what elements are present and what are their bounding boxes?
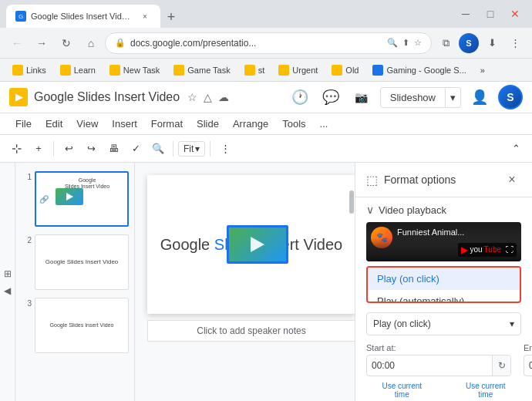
menu-file[interactable]: File: [9, 116, 38, 132]
format-panel-icon: ⬚: [366, 173, 378, 187]
bookmark-more-label: »: [480, 66, 485, 75]
bookmark-urgent[interactable]: Urgent: [272, 62, 324, 78]
print-button[interactable]: 🖶: [103, 139, 123, 159]
history-button[interactable]: 🕐: [288, 85, 312, 110]
select-tool-button[interactable]: ⊹: [6, 139, 26, 159]
format-section-video-playback[interactable]: ∨ Video playback: [355, 197, 532, 222]
comment-button[interactable]: 💬: [318, 85, 343, 110]
profile-avatar: S: [459, 33, 479, 53]
bookmark-gaming[interactable]: Gaming - Google S...: [366, 62, 472, 78]
maximize-button[interactable]: □: [480, 3, 501, 25]
grid-view-icon[interactable]: ⊞: [4, 268, 12, 279]
video-element[interactable]: [227, 225, 288, 264]
slide-item-2[interactable]: 2 Google Slides Insert Video: [19, 232, 131, 292]
format-panel-close-button[interactable]: ×: [503, 170, 521, 189]
slide-canvas[interactable]: Google Slides Insert Video: [147, 175, 355, 314]
forward-button[interactable]: →: [31, 32, 52, 54]
slide-1-play-icon: [66, 193, 73, 200]
menu-edit[interactable]: Edit: [39, 116, 69, 132]
search-icon: 🔍: [387, 38, 398, 48]
slide-thumb-2[interactable]: Google Slides Insert Video: [35, 234, 129, 290]
speaker-notes[interactable]: Click to add speaker notes: [147, 320, 355, 342]
user-avatar[interactable]: S: [498, 85, 523, 110]
slide-item-1[interactable]: 1 🔗 Google Slides Insert Video: [19, 169, 131, 229]
menu-tools[interactable]: Tools: [276, 116, 311, 132]
star-icon[interactable]: ☆: [186, 89, 199, 105]
bookmark-urgent-label: Urgent: [292, 66, 318, 75]
bookmark-st-label: st: [258, 66, 265, 75]
new-tab-button[interactable]: +: [160, 6, 182, 28]
bookmark-links-label: Links: [26, 66, 46, 75]
active-tab[interactable]: G Google Slides Insert Video - Goo... ×: [6, 5, 160, 28]
playback-option-on-click[interactable]: Play (on click): [368, 268, 520, 290]
url-display: docs.google.com/presentatio...: [130, 38, 382, 49]
profile-circle-button[interactable]: S: [458, 32, 480, 54]
browser-toolbar-icons: ⧉ S ⬇ ⋮: [435, 32, 526, 54]
more-options-button[interactable]: ⋮: [215, 139, 235, 159]
cloud-icon[interactable]: ☁: [217, 89, 231, 105]
bookmark-gametask[interactable]: Game Task: [167, 62, 236, 78]
home-button[interactable]: ⌂: [80, 32, 102, 54]
slideshow-button[interactable]: Slideshow: [380, 87, 446, 108]
collapse-button[interactable]: ⌃: [506, 139, 526, 159]
menu-view[interactable]: View: [70, 116, 104, 132]
start-time-input[interactable]: [367, 360, 492, 371]
slide-thumb-3[interactable]: Google Slides Insert Video: [35, 298, 129, 353]
menu-arrange[interactable]: Arrange: [227, 116, 274, 132]
undo-button[interactable]: ↩: [59, 139, 79, 159]
spell-check-button[interactable]: ✓: [126, 139, 146, 159]
collapse-panel-icon[interactable]: ◀: [4, 285, 11, 296]
use-current-start-link[interactable]: Use current time: [366, 381, 438, 399]
start-refresh-button[interactable]: ↻: [492, 355, 510, 376]
end-at-label: End at:: [524, 343, 532, 352]
left-side-icons: ⊞ ◀: [0, 163, 15, 401]
bookmark-old[interactable]: Old: [325, 62, 365, 78]
slide-item-3[interactable]: 3 Google Slides Insert Video: [19, 295, 131, 356]
extensions-button[interactable]: ⧉: [435, 32, 456, 54]
format-panel-title: Format options: [384, 174, 497, 186]
menu-slide[interactable]: Slide: [190, 116, 225, 132]
minimize-button[interactable]: ─: [455, 3, 476, 25]
back-button[interactable]: ←: [6, 32, 28, 54]
bookmark-st[interactable]: st: [238, 62, 271, 78]
browser-menu-button[interactable]: ⋮: [504, 32, 526, 54]
bookmark-links[interactable]: Links: [6, 62, 52, 78]
window-controls: ─ □ ✕: [455, 3, 526, 25]
search-button[interactable]: 🔍: [148, 139, 168, 159]
section-title: Video playback: [379, 204, 446, 216]
app-title-icons: ☆ △ ☁: [186, 89, 231, 105]
slideshow-dropdown-button[interactable]: ▾: [446, 87, 461, 108]
use-current-end-link[interactable]: Use current time: [450, 381, 522, 399]
playback-dropdown[interactable]: Play (on click) Play (automatically) Pla…: [366, 266, 521, 303]
menu-format[interactable]: Format: [145, 116, 189, 132]
start-at-label: Start at:: [366, 343, 511, 352]
slide-thumb-1[interactable]: 🔗 Google Slides Insert Video: [35, 171, 129, 227]
play-selector-dropdown[interactable]: Play (on click) ▾: [366, 312, 521, 335]
slide-link-icon: 🔗: [39, 195, 49, 204]
tab-bar: G Google Slides Insert Video - Goo... × …: [6, 0, 182, 28]
playback-option-automatically[interactable]: Play (automatically): [368, 290, 520, 303]
bookmark-more[interactable]: »: [474, 63, 491, 77]
tab-close-button[interactable]: ×: [139, 10, 151, 22]
start-time-group: Start at: ↻: [366, 343, 511, 376]
bookmark-newtask[interactable]: New Task: [103, 62, 166, 78]
zoom-selector[interactable]: Fit ▾: [178, 141, 205, 157]
share-user-button[interactable]: 👤: [467, 85, 492, 110]
bookmark-gametask-label: Game Task: [187, 66, 230, 75]
bookmark-learn[interactable]: Learn: [54, 62, 102, 78]
drive-icon[interactable]: △: [202, 89, 214, 105]
reload-button[interactable]: ↻: [56, 32, 77, 54]
camera-button[interactable]: 📷: [349, 85, 374, 110]
close-window-button[interactable]: ✕: [504, 3, 526, 25]
menu-insert[interactable]: Insert: [106, 116, 143, 132]
redo-button[interactable]: ↪: [81, 139, 101, 159]
end-time-input[interactable]: [524, 360, 532, 371]
zoom-in-button[interactable]: +: [29, 139, 49, 159]
menu-more[interactable]: ...: [314, 116, 335, 132]
download-button[interactable]: ⬇: [481, 32, 503, 54]
app-area: ▶ Google Slides Insert Video ☆ △ ☁ 🕐 💬 📷…: [0, 82, 532, 401]
editing-toolbar: ⊹ + ↩ ↪ 🖶 ✓ 🔍 Fit ▾ ⋮ ⌃: [0, 135, 532, 163]
bookmarks-bar: Links Learn New Task Game Task st Urgent…: [0, 59, 532, 82]
use-current-start-container: Use current time: [366, 381, 438, 399]
address-bar[interactable]: 🔒 docs.google.com/presentatio... 🔍 ⬆ ☆: [105, 32, 432, 54]
